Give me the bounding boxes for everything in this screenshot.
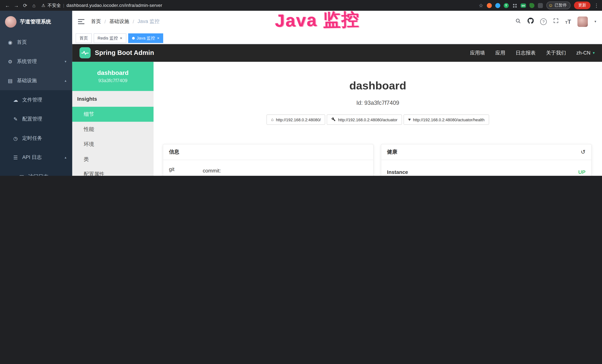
tabs-bar: 首页 Redis 监控 × Java 监控 ×: [72, 32, 602, 44]
user-avatar[interactable]: [578, 16, 588, 27]
cloud-icon: ☁: [13, 97, 18, 103]
sidebar-item-label: 基础设施: [17, 77, 37, 84]
sba-item-metrics[interactable]: 性能: [72, 122, 153, 137]
sidebar-item-label: 访问日志: [28, 173, 48, 176]
sba-nav-about[interactable]: 关于我们: [546, 49, 566, 56]
close-icon[interactable]: ×: [157, 36, 160, 40]
sidebar-item-config[interactable]: ✎ 配置管理: [0, 109, 72, 129]
sidebar-item-system[interactable]: ⚙ 系统管理 ▾: [0, 52, 72, 71]
bookmark-star-icon[interactable]: ☆: [479, 2, 483, 8]
sba-nav-applications[interactable]: 应用: [495, 49, 505, 56]
fox-extension-icon[interactable]: [487, 3, 492, 8]
sidebar-item-job[interactable]: ◷ 定时任务: [0, 129, 72, 148]
access-log-icon: ▤: [19, 174, 24, 176]
profile-paused-badge[interactable]: ☺ 已暂停: [546, 1, 570, 9]
active-tab-dot: [132, 37, 135, 39]
sba-item-environment[interactable]: 环境: [72, 137, 153, 152]
reload-icon[interactable]: ⟳: [21, 2, 30, 8]
sidebar-item-file[interactable]: ☁ 文件管理: [0, 90, 72, 110]
y-extension-icon[interactable]: Y: [504, 3, 509, 8]
endpoint-actuator-button[interactable]: http://192.168.0.2:48080/actuator: [327, 115, 402, 125]
sba-item-configprops[interactable]: 配置属性: [72, 167, 153, 176]
sba-item-details[interactable]: 细节: [72, 107, 153, 122]
monitor-icon: ▤: [7, 78, 13, 84]
info-card-title: 信息: [163, 144, 373, 160]
sidebar-item-infra[interactable]: ▤ 基础设施 ▴: [0, 71, 72, 90]
endpoint-health-button[interactable]: ♥ http://192.168.0.2:48080/actuator/heal…: [404, 115, 489, 125]
close-icon[interactable]: ×: [120, 36, 122, 40]
apps-grid-icon[interactable]: [512, 3, 517, 8]
sba-nav: 应用墙 应用 日志报表 关于我们 zh-CN ▾: [470, 49, 595, 56]
instance-name: dashboard: [97, 70, 129, 76]
info-card: 信息 git commit: time: 1596289704000 id: 2…: [163, 144, 374, 176]
browser-menu-icon[interactable]: ⋮: [594, 2, 599, 8]
locale-selector[interactable]: zh-CN ▾: [576, 50, 595, 56]
sidebar-item-label: 定时任务: [22, 135, 42, 142]
endpoint-base-url-button[interactable]: ⌂ http://192.168.0.2:48080/: [266, 115, 325, 125]
history-icon[interactable]: ↺: [581, 149, 585, 155]
address-divider: |: [63, 3, 64, 8]
endpoint-url: http://192.168.0.2:48080/actuator: [338, 118, 397, 122]
sidebar-item-label: 首页: [17, 39, 27, 46]
fullscreen-icon[interactable]: [553, 18, 559, 25]
warning-icon: ⚠: [42, 3, 45, 8]
sidebar-item-api-log[interactable]: ☰ API 日志 ▴: [0, 148, 72, 167]
app-logo[interactable]: 芋道管理系统: [0, 11, 72, 33]
tab-home[interactable]: 首页: [76, 33, 92, 43]
tab-label: Java 监控: [137, 35, 155, 41]
url-text[interactable]: dashboard.yudao.iocoder.cn/infra/admin-s…: [66, 3, 162, 8]
app-title: 芋道管理系统: [20, 18, 51, 25]
search-icon[interactable]: [515, 18, 521, 25]
spring-boot-admin: Spring Boot Admin 应用墙 应用 日志报表 关于我们 zh-CN…: [72, 44, 602, 176]
breadcrumb-separator: /: [104, 19, 106, 24]
smiley-icon: ☺: [548, 3, 553, 8]
help-icon[interactable]: ?: [540, 18, 547, 25]
breadcrumb-home[interactable]: 首页: [91, 18, 101, 25]
sba-sidebar: dashboard 93a3fc7f7409 Insights 细节 性能 环境…: [72, 62, 154, 176]
sidebar-item-label: 系统管理: [17, 58, 37, 65]
font-size-icon[interactable]: TT: [565, 19, 571, 24]
home-icon: ⌂: [271, 118, 274, 122]
page-title: dashboard: [153, 80, 602, 92]
health-card-title: 健康: [387, 149, 397, 155]
home-icon[interactable]: ⌂: [30, 2, 38, 8]
address-bar[interactable]: ⚠ 不安全 | dashboard.yudao.iocoder.cn/infra…: [42, 2, 162, 8]
screen: ← → ⟳ ⌂ ⚠ 不安全 | dashboard.yudao.iocoder.…: [0, 0, 602, 176]
endpoint-buttons: ⌂ http://192.168.0.2:48080/ http://192.1…: [153, 115, 602, 125]
sba-logo-icon[interactable]: [80, 47, 91, 58]
git-commit-line: commit:: [203, 166, 367, 176]
sba-nav-wallboard[interactable]: 应用墙: [470, 49, 485, 56]
back-icon[interactable]: ←: [3, 2, 12, 8]
tab-redis[interactable]: Redis 监控 ×: [94, 33, 126, 43]
hamburger-icon[interactable]: [78, 19, 84, 24]
avatar-caret-icon[interactable]: ▾: [595, 20, 596, 23]
tab-java[interactable]: Java 监控 ×: [128, 33, 163, 43]
info-value: commit: time: 1596289704000 id: 27aa832 …: [203, 166, 367, 176]
instance-id: 93a3fc7f7409: [98, 78, 127, 83]
breadcrumb-infra[interactable]: 基础设施: [109, 18, 129, 25]
chevron-down-icon: ▾: [65, 60, 66, 64]
breadcrumb-current: Java 监控: [138, 18, 160, 25]
sba-item-classes[interactable]: 类: [72, 152, 153, 167]
browser-toolbar-right: ☆ Y on ☺ 已暂停 更新 ⋮: [479, 1, 599, 9]
edit-icon: ✎: [13, 116, 18, 122]
drop-extension-icon[interactable]: [495, 3, 500, 8]
page-subtitle: Id: 93a3fc7f7409: [153, 100, 602, 106]
app-sidebar: 芋道管理系统 ◉ 首页 ⚙ 系统管理 ▾ ▤ 基础设施 ▴ ☁ 文件管理: [0, 11, 72, 176]
insights-group: Insights 细节 性能 环境 类 配置属性 计划任务: [72, 91, 153, 176]
sidebar-item-home[interactable]: ◉ 首页: [0, 33, 72, 52]
breadcrumb-separator: /: [133, 19, 134, 24]
leaf-extension-icon[interactable]: [529, 3, 535, 8]
sidebar-item-access-log[interactable]: ▤ 访问日志: [0, 167, 72, 176]
github-icon[interactable]: [528, 18, 534, 25]
forward-icon[interactable]: →: [12, 2, 21, 8]
annotation-text: Java 监控: [275, 8, 360, 33]
navbar-actions: ? TT ▾: [515, 16, 596, 27]
switch-on-extension-icon[interactable]: on: [520, 3, 526, 8]
instance-header[interactable]: dashboard 93a3fc7f7409: [72, 62, 153, 91]
update-button[interactable]: 更新: [574, 1, 591, 9]
sba-nav-journal[interactable]: 日志报表: [516, 49, 536, 56]
sidebar-menu: ◉ 首页 ⚙ 系统管理 ▾ ▤ 基础设施 ▴ ☁ 文件管理 ✎ 配置管: [0, 33, 72, 176]
infra-submenu: ☁ 文件管理 ✎ 配置管理 ◷ 定时任务 ☰ API 日志 ▴ ▤: [0, 90, 72, 176]
puzzle-extension-icon[interactable]: [538, 3, 543, 8]
